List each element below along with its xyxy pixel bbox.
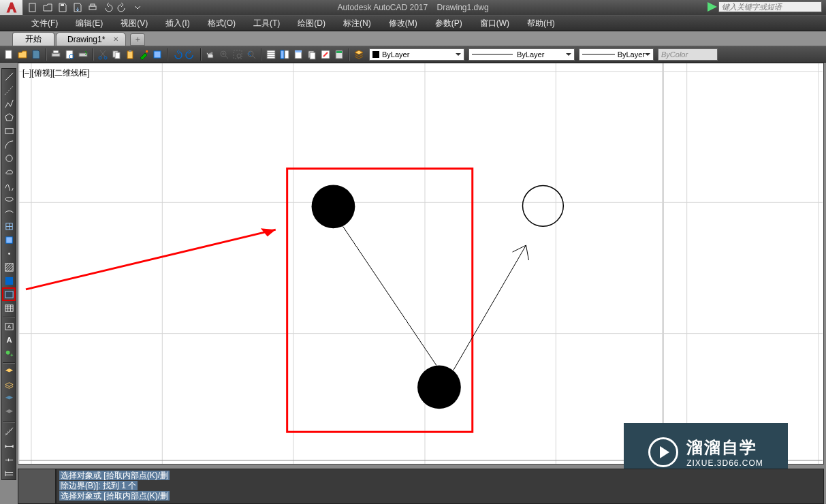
layer-props-icon[interactable] (353, 48, 365, 61)
design-center-icon[interactable] (279, 48, 291, 61)
redo-tb-icon[interactable] (185, 48, 197, 61)
insert-block-icon[interactable] (3, 220, 15, 232)
undo-tb-icon[interactable] (171, 48, 183, 61)
svg-rect-13 (115, 52, 120, 59)
make-block-icon[interactable] (3, 234, 15, 246)
close-icon[interactable]: ✕ (113, 35, 120, 42)
properties-icon[interactable] (265, 48, 277, 61)
tab-add[interactable]: + (130, 33, 145, 46)
zoom-window-icon[interactable] (232, 48, 244, 61)
circle-icon[interactable] (3, 152, 15, 164)
polyline-icon[interactable] (3, 97, 15, 110)
rectangle-icon[interactable] (3, 125, 15, 137)
addselected-icon[interactable] (3, 347, 15, 360)
match-prop-icon[interactable] (138, 48, 150, 61)
markup-icon[interactable] (319, 48, 332, 61)
menu-bar: 文件(F) 编辑(E) 视图(V) 插入(I) 格式(O) 工具(T) 绘图(D… (0, 15, 826, 31)
polygon-icon[interactable] (3, 111, 15, 123)
layout-tabs[interactable] (18, 469, 56, 504)
layer-manager-icon[interactable] (3, 366, 15, 378)
open-file-icon[interactable] (16, 48, 29, 61)
menu-view[interactable]: 视图(V) (116, 16, 152, 31)
hatch-icon[interactable] (3, 261, 15, 273)
help-search (708, 1, 822, 12)
tab-drawing[interactable]: Drawing1* ✕ (56, 32, 126, 46)
gradient-icon[interactable] (3, 274, 15, 287)
dim-continue-icon[interactable] (3, 452, 15, 464)
new-file-icon[interactable] (3, 48, 15, 61)
menu-tools[interactable]: 工具(T) (249, 16, 284, 31)
search-input[interactable] (718, 1, 822, 12)
svg-rect-2 (89, 6, 96, 10)
zoom-previous-icon[interactable] (245, 48, 257, 61)
cut-icon[interactable] (97, 48, 109, 61)
menu-window[interactable]: 窗口(W) (476, 16, 513, 31)
menu-modify[interactable]: 修改(M) (385, 16, 422, 31)
layer-states-icon[interactable] (3, 379, 15, 392)
zoom-realtime-icon[interactable] (218, 48, 230, 61)
menu-parametric[interactable]: 参数(P) (431, 16, 466, 31)
block-editor-icon[interactable] (151, 48, 163, 61)
measure-icon[interactable] (3, 425, 15, 437)
document-tabs: 开始 Drawing1* ✕ + (0, 31, 826, 46)
svg-rect-39 (5, 277, 12, 284)
svg-line-66 (454, 245, 526, 370)
color-dropdown[interactable]: ByColor (658, 48, 718, 61)
mtext-icon[interactable]: A (3, 320, 15, 332)
revcloud-icon[interactable] (3, 166, 15, 178)
dim-baseline-icon[interactable] (3, 466, 15, 478)
print-icon[interactable] (87, 2, 98, 13)
publish-icon[interactable] (77, 48, 89, 61)
redo-icon[interactable] (117, 2, 128, 13)
menu-edit[interactable]: 编辑(E) (72, 16, 107, 31)
linetype-dropdown[interactable]: ByLayer (468, 48, 575, 61)
annotation-overlay (26, 168, 473, 432)
qat-dropdown-icon[interactable] (132, 2, 143, 13)
viewport-label[interactable]: [–][俯视][二维线框] (22, 67, 90, 79)
text-icon[interactable]: A (3, 334, 15, 346)
plot-icon[interactable] (50, 48, 62, 61)
app-logo[interactable] (0, 0, 23, 15)
point-icon[interactable] (3, 247, 15, 259)
drawing-canvas[interactable]: [–][俯视][二维线框] (18, 63, 824, 464)
menu-dimension[interactable]: 标注(N) (339, 16, 375, 31)
save-file-icon[interactable] (30, 48, 42, 61)
svg-rect-23 (281, 50, 284, 59)
sheet-set-icon[interactable] (306, 48, 318, 61)
layer-off-icon[interactable] (3, 407, 15, 419)
ellipse-arc-icon[interactable] (3, 206, 15, 219)
print-preview-icon[interactable] (63, 48, 76, 61)
menu-format[interactable]: 格式(O) (204, 16, 240, 31)
table-icon[interactable] (3, 302, 15, 314)
menu-help[interactable]: 帮助(H) (523, 16, 559, 31)
dimension-icon[interactable] (3, 439, 15, 451)
tab-start[interactable]: 开始 (12, 32, 54, 46)
svg-rect-1 (61, 4, 64, 6)
new-icon[interactable] (27, 2, 38, 13)
line-icon[interactable] (3, 70, 15, 82)
layer-dropdown[interactable]: ByLayer (369, 48, 464, 61)
tool-palettes-icon[interactable] (292, 48, 304, 61)
watermark-title: 溜溜自学 (686, 437, 763, 458)
menu-insert[interactable]: 插入(I) (161, 16, 193, 31)
save-icon[interactable] (57, 2, 68, 13)
layer-iso-icon[interactable] (3, 393, 15, 405)
region-icon[interactable] (3, 288, 15, 300)
quickcalc-icon[interactable] (333, 48, 345, 61)
arc-icon[interactable] (3, 138, 15, 151)
spline-icon[interactable] (3, 179, 15, 191)
undo-icon[interactable] (102, 2, 113, 13)
copy-icon[interactable] (110, 48, 123, 61)
ellipse-icon[interactable] (3, 193, 15, 205)
quick-access-toolbar (23, 2, 147, 13)
open-icon[interactable] (42, 2, 53, 13)
menu-draw[interactable]: 绘图(D) (293, 16, 330, 31)
layer-text: ByLayer (382, 50, 409, 59)
pan-icon[interactable] (204, 48, 217, 61)
menu-file[interactable]: 文件(F) (27, 16, 62, 31)
paste-icon[interactable] (124, 48, 136, 61)
command-history[interactable]: 选择对象或 [拾取内部点(K)/删 除边界(B)]: 找到 1 个 选择对象或 … (56, 469, 824, 504)
construction-line-icon[interactable] (3, 84, 15, 96)
saveas-icon[interactable] (72, 2, 83, 13)
lineweight-dropdown[interactable]: ByLayer (579, 48, 654, 61)
